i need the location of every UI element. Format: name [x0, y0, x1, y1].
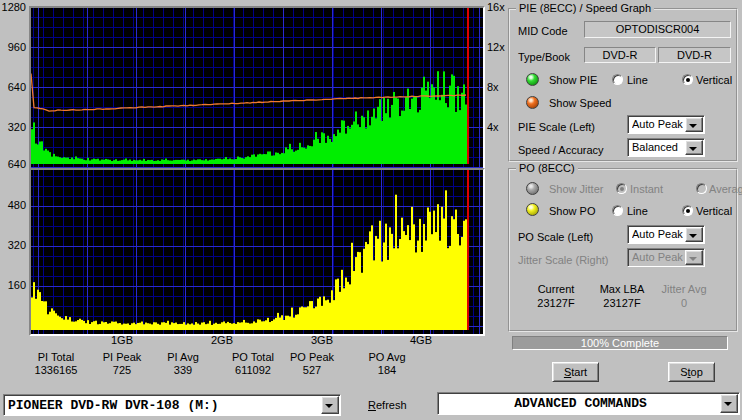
drive-dropdown-arrow[interactable] — [321, 396, 339, 414]
stat-value: 339 — [153, 364, 213, 376]
pie-speed-group: PIE (8ECC) / Speed Graph MID Code OPTODI… — [508, 8, 738, 162]
jitter-scale-value: Auto Peak — [632, 251, 684, 263]
progress-bar: 100% Complete — [512, 336, 728, 350]
po-axis-tick: 160 — [0, 279, 26, 291]
show-speed-led[interactable] — [526, 96, 539, 109]
pie-scale-dropdown-arrow[interactable] — [685, 117, 703, 132]
stat-value: 527 — [282, 364, 342, 376]
type-value: DVD-R — [584, 47, 656, 63]
refresh-link[interactable]: Refresh — [368, 399, 407, 411]
stat-label: PO Total — [218, 351, 288, 363]
stat-label: PO Peak — [282, 351, 342, 363]
stop-button[interactable]: Stop — [668, 362, 715, 382]
stat-label: PI Total — [21, 351, 91, 363]
po-plot — [31, 170, 479, 330]
po-scale-label: PO Scale (Left) — [518, 231, 593, 243]
advanced-commands-dropdown-arrow[interactable] — [720, 394, 738, 413]
po-scale-select[interactable]: Auto Peak — [627, 225, 705, 244]
advanced-commands-select[interactable]: ADVANCED COMMANDS — [437, 392, 740, 415]
show-jitter-label: Show Jitter — [549, 183, 603, 195]
x-axis-tick: 4GB — [401, 334, 441, 346]
stat-label: PI Peak — [92, 351, 152, 363]
start-rest: tart — [571, 366, 587, 378]
po-vertical-label: Vertical — [696, 205, 732, 217]
pie-vertical-label: Vertical — [696, 74, 732, 86]
po-vertical-radio[interactable] — [682, 205, 693, 216]
mid-code-label: MID Code — [518, 25, 568, 37]
stop-rest: op — [691, 366, 703, 378]
stat-value: 611092 — [218, 364, 288, 376]
po-axis-tick: 480 — [0, 199, 26, 211]
pie-axis-tick: 320 — [0, 121, 26, 133]
current-value: 23127F — [524, 297, 588, 309]
refresh-key: R — [368, 399, 376, 411]
x-axis-tick: 3GB — [302, 334, 342, 346]
speed-accuracy-label: Speed / Accuracy — [518, 144, 604, 156]
pie-axis-tick: 640 — [0, 81, 26, 93]
start-button[interactable]: Start — [552, 362, 599, 382]
po-axis-tick: 320 — [0, 239, 26, 251]
drive-select[interactable]: PIONEER DVD-RW DVR-108 (M:) — [3, 394, 341, 416]
pie-axis-tick: 1280 — [0, 1, 26, 13]
pie-speed-plot — [31, 8, 479, 164]
x-axis-tick: 1GB — [102, 334, 142, 346]
speed-accuracy-dropdown-arrow[interactable] — [685, 140, 703, 155]
jitter-avg-value: 0 — [652, 297, 716, 309]
jitter-avg-label: Jitter Avg — [652, 283, 716, 295]
pie-scale-label: PIE Scale (Left) — [518, 121, 595, 133]
mid-code-value: OPTODISCR004 — [584, 21, 731, 38]
show-pie-label: Show PIE — [549, 74, 597, 86]
advanced-commands-value: ADVANCED COMMANDS — [442, 396, 719, 411]
type-book-label: Type/Book — [518, 51, 570, 63]
jitter-scale-dropdown-arrow — [685, 250, 703, 265]
drive-select-value: PIONEER DVD-RW DVR-108 (M:) — [8, 398, 320, 413]
po-scale-value: Auto Peak — [632, 228, 684, 240]
jitter-instant-label: Instant — [630, 183, 663, 195]
po-axis-tick: 640 — [0, 158, 26, 170]
stop-pre: S — [680, 366, 687, 378]
pie-axis-tick: 960 — [0, 41, 26, 53]
show-jitter-led — [526, 182, 539, 195]
stat-value: 184 — [355, 364, 419, 376]
jitter-average-radio — [696, 183, 707, 194]
pie-line-label: Line — [627, 74, 648, 86]
po-line-label: Line — [627, 205, 648, 217]
max-lba-value: 23127F — [590, 297, 654, 309]
speed-accuracy-value: Balanced — [632, 141, 684, 153]
max-lba-label: Max LBA — [590, 283, 654, 295]
show-pie-led[interactable] — [526, 73, 539, 86]
jitter-scale-select: Auto Peak — [627, 248, 705, 267]
pie-vertical-radio[interactable] — [682, 74, 693, 85]
speed-accuracy-select[interactable]: Balanced — [627, 138, 705, 157]
show-speed-label: Show Speed — [549, 97, 611, 109]
stat-value: 1336165 — [21, 364, 91, 376]
po-chart — [29, 168, 485, 336]
pie-speed-group-title: PIE (8ECC) / Speed Graph — [516, 2, 654, 15]
jitter-instant-radio — [616, 183, 627, 194]
stat-label: PO Avg — [355, 351, 419, 363]
po-line-radio[interactable] — [612, 205, 623, 216]
po-group-title: PO (8ECC) — [516, 162, 578, 175]
po-scale-dropdown-arrow[interactable] — [685, 227, 703, 242]
pie-scale-value: Auto Peak — [632, 118, 684, 130]
pie-line-radio[interactable] — [612, 74, 623, 85]
show-po-label: Show PO — [549, 205, 595, 217]
stat-label: PI Avg — [153, 351, 213, 363]
x-axis-tick: 2GB — [202, 334, 242, 346]
jitter-scale-label: Jitter Scale (Right) — [518, 254, 608, 266]
po-group: PO (8ECC) Show Jitter Instant Average Sh… — [508, 168, 738, 332]
pie-speed-chart — [29, 6, 485, 170]
pie-scale-select[interactable]: Auto Peak — [627, 115, 705, 134]
refresh-rest: efresh — [376, 399, 407, 411]
book-value: DVD-R — [658, 47, 731, 63]
stat-value: 725 — [92, 364, 152, 376]
jitter-average-label: Average — [709, 183, 742, 195]
current-label: Current — [524, 283, 588, 295]
show-po-led[interactable] — [526, 203, 539, 216]
